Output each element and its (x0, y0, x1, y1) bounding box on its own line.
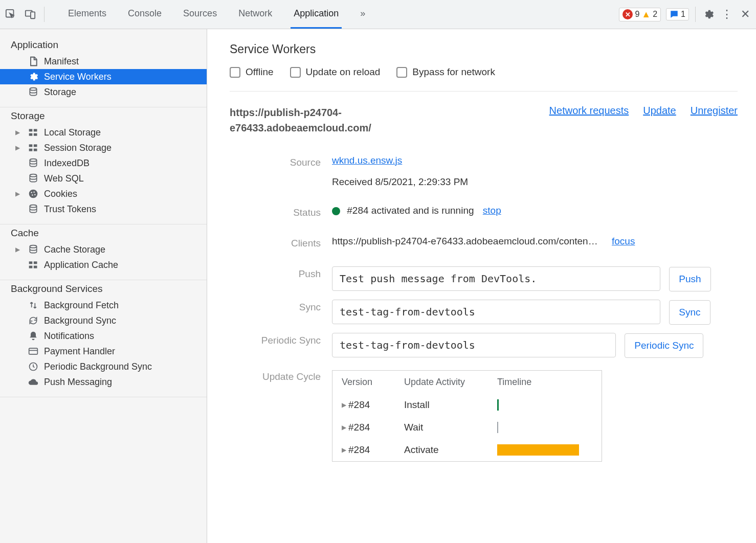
status-value: #284 activated and is running stop (332, 205, 738, 216)
update-cycle-label: Update Cycle (230, 369, 332, 382)
error-count: 9 (635, 10, 639, 19)
focus-link[interactable]: focus (612, 236, 635, 246)
sw-top-links: Network requests Update Unregister (549, 105, 738, 117)
uc-version-cell: ▶#284 (342, 422, 404, 433)
network-requests-link[interactable]: Network requests (549, 105, 629, 117)
source-label: Source (230, 155, 332, 168)
device-toolbar-icon[interactable] (24, 8, 37, 21)
sidebar-item-trust-tokens[interactable]: Trust Tokens (0, 201, 207, 217)
row-update-cycle: Update Cycle Version Update Activity Tim… (230, 365, 738, 466)
sync-button[interactable]: Sync (669, 300, 710, 325)
update-on-reload-label: Update on reload (306, 66, 381, 78)
close-icon[interactable]: ✕ (739, 8, 752, 21)
sync-input[interactable] (332, 300, 660, 324)
toolbar-left: Elements Console Sources Network Applica… (4, 1, 368, 29)
sidebar-item-local-storage[interactable]: ▶Local Storage (0, 125, 207, 140)
update-cycle-row[interactable]: ▶#284Activate (332, 439, 602, 461)
sidebar-item-label: Web SQL (44, 173, 84, 184)
sidebar-item-session-storage[interactable]: ▶Session Storage (0, 140, 207, 155)
periodic-sync-label: Periodic Sync (230, 333, 332, 346)
message-count: 1 (681, 10, 685, 19)
svg-rect-10 (29, 149, 33, 151)
uc-version-text: #284 (348, 444, 370, 456)
update-cycle-row[interactable]: ▶#284Wait (332, 416, 602, 439)
push-input[interactable] (332, 266, 660, 291)
client-text: https://publish-p24704-e76433.adobeaemcl… (332, 236, 598, 247)
tab-overflow[interactable]: » (357, 1, 368, 29)
update-link[interactable]: Update (643, 105, 676, 117)
checkbox-icon (230, 67, 240, 78)
sidebar-item-service-workers[interactable]: Service Workers (0, 69, 207, 84)
svg-rect-9 (34, 144, 37, 147)
row-periodic-sync: Periodic Sync Periodic Sync (230, 329, 738, 362)
stop-link[interactable]: stop (483, 205, 501, 216)
push-button[interactable]: Push (669, 267, 710, 291)
tab-sources[interactable]: Sources (180, 1, 220, 29)
uc-col-version: Version (342, 377, 404, 388)
svg-rect-22 (34, 261, 37, 264)
sidebar-item-notifications[interactable]: Notifications (0, 328, 207, 344)
uc-activity-cell: Install (404, 399, 497, 411)
row-status: Status #284 activated and is running sto… (230, 201, 738, 222)
sidebar-item-manifest[interactable]: Manifest (0, 54, 207, 69)
sidebar-item-label: Cookies (44, 189, 77, 199)
sidebar-item-indexeddb[interactable]: IndexedDB (0, 155, 207, 171)
periodic-sync-button[interactable]: Periodic Sync (625, 333, 703, 358)
bypass-network-checkbox[interactable]: Bypass for network (396, 66, 495, 78)
checkbox-icon (396, 67, 407, 78)
warning-icon: ▲ (641, 9, 651, 20)
toolbar-right: ✕ 9 ▲ 2 1 ⋮ ✕ (619, 7, 752, 22)
sidebar-item-payment-handler[interactable]: Payment Handler (0, 344, 207, 359)
received-value: Received 8/5/2021, 2:29:33 PM (332, 176, 738, 188)
sidebar-item-application-cache[interactable]: Application Cache (0, 257, 207, 273)
more-icon[interactable]: ⋮ (720, 8, 733, 21)
update-cycle-row[interactable]: ▶#284Install (332, 394, 602, 416)
uc-activity-cell: Wait (404, 422, 497, 433)
offline-checkbox[interactable]: Offline (230, 66, 274, 78)
unregister-link[interactable]: Unregister (691, 105, 738, 117)
svg-point-17 (32, 194, 33, 196)
error-warning-badge[interactable]: ✕ 9 ▲ 2 (619, 8, 661, 21)
uc-col-activity: Update Activity (404, 377, 497, 388)
sidebar-item-cache-storage[interactable]: ▶Cache Storage (0, 242, 207, 257)
grid-icon (28, 259, 39, 270)
source-link[interactable]: wknd.us.ensw.js (332, 155, 402, 166)
panel-tabs: Elements Console Sources Network Applica… (65, 1, 368, 29)
sidebar-item-push-messaging[interactable]: Push Messaging (0, 374, 207, 390)
sidebar-item-background-fetch[interactable]: Background Fetch (0, 298, 207, 313)
tab-console[interactable]: Console (125, 1, 165, 29)
db-icon (28, 173, 39, 184)
timeline-segment-wait (497, 422, 498, 433)
sidebar-item-label: Background Sync (44, 315, 116, 326)
empty-label (230, 176, 332, 178)
db-icon (28, 203, 39, 215)
update-on-reload-checkbox[interactable]: Update on reload (290, 66, 381, 78)
tab-application[interactable]: Application (291, 1, 342, 29)
messages-badge[interactable]: 1 (666, 8, 689, 20)
sync-value: Sync (332, 300, 738, 325)
offline-label: Offline (246, 66, 274, 78)
uc-version-cell: ▶#284 (342, 399, 404, 411)
sidebar-item-storage[interactable]: Storage (0, 84, 207, 100)
uc-timeline-cell (497, 444, 592, 456)
timeline-segment-install (497, 399, 499, 411)
inspect-icon[interactable] (4, 8, 17, 21)
sw-options-row: Offline Update on reload Bypass for netw… (230, 66, 738, 92)
sidebar-item-periodic-background-sync[interactable]: Periodic Background Sync (0, 359, 207, 374)
timeline-segment-activate (497, 444, 579, 456)
svg-rect-11 (34, 149, 37, 151)
sidebar-item-label: Manifest (44, 56, 79, 67)
update-cycle-value: Version Update Activity Timeline ▶#284In… (332, 369, 738, 462)
sw-meta-grid: Source wknd.us.ensw.js Received 8/5/2021… (230, 151, 738, 466)
sidebar-item-label: Local Storage (44, 127, 101, 138)
sidebar-item-web-sql[interactable]: Web SQL (0, 171, 207, 186)
svg-rect-4 (29, 129, 33, 131)
tab-network[interactable]: Network (235, 1, 275, 29)
periodic-sync-input[interactable] (332, 333, 616, 357)
tab-elements[interactable]: Elements (65, 1, 109, 29)
sidebar-item-background-sync[interactable]: Background Sync (0, 313, 207, 328)
sidebar-item-cookies[interactable]: ▶Cookies (0, 186, 207, 201)
settings-icon[interactable] (702, 8, 715, 21)
bypass-network-label: Bypass for network (412, 66, 495, 78)
sidebar-item-label: Push Messaging (44, 377, 112, 388)
